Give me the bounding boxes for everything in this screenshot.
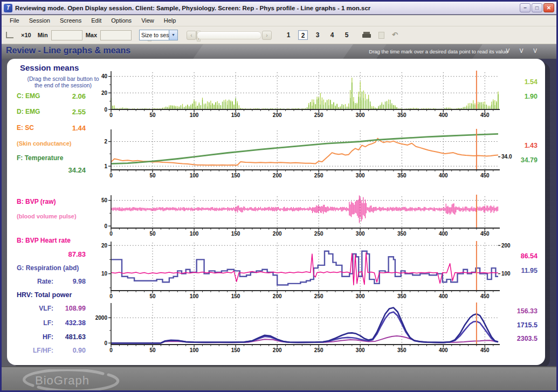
min-spinner[interactable]: ▲▼ xyxy=(51,30,82,40)
svg-text:10: 10 xyxy=(101,271,108,277)
svg-text:200: 200 xyxy=(273,293,282,299)
page-button-4[interactable]: 4 xyxy=(327,30,337,40)
e-sc-row: E: SC1.44 xyxy=(17,124,86,132)
bvp-raw-chart-plot[interactable]: 050100150200250300350400450050 xyxy=(85,195,516,238)
svg-text:300: 300 xyxy=(356,173,365,178)
menu-bar: File Session Screens Edit Options View H… xyxy=(2,15,556,26)
menu-item-screens[interactable]: Screens xyxy=(55,16,86,25)
cursor-value-sc: 1.43 xyxy=(478,142,538,149)
svg-text:50: 50 xyxy=(101,197,108,203)
hrv-chart-plot[interactable]: 05010015020025030035040045002000 xyxy=(85,302,516,354)
page-title: Review - Line graphs & means xyxy=(6,46,130,56)
hrv-title: HRV: Total power xyxy=(17,291,72,299)
cursor-value-c-emg: 1.54 xyxy=(478,78,538,86)
size-mode-value: Size to ses xyxy=(140,32,169,38)
menu-item-session[interactable]: Session xyxy=(24,16,55,25)
bvp-hr-value: 87.83 xyxy=(17,250,86,258)
lf-row: LF:432.38 xyxy=(17,319,86,327)
print-icon[interactable] xyxy=(362,32,371,39)
bvp-raw-chart[interactable]: 050100150200250300350400450050 xyxy=(85,195,516,238)
page-button-5[interactable]: 5 xyxy=(342,30,352,40)
menu-item-help[interactable]: Help xyxy=(159,16,181,25)
d-emg-row: D: EMG2.55 xyxy=(17,108,86,116)
time-mark-arrows[interactable]: V V V xyxy=(506,48,541,54)
size-mode-select[interactable]: Size to ses ▼ xyxy=(139,30,178,40)
hf-row: HF:481.63 xyxy=(17,333,86,341)
emg-chart[interactable]: 05010015020025030035040045002040 xyxy=(85,71,516,119)
svg-text:50: 50 xyxy=(149,293,156,299)
page-button-3[interactable]: 3 xyxy=(313,30,322,40)
axis-scale-icon[interactable] xyxy=(6,32,13,38)
page-button-1[interactable]: 1 xyxy=(284,30,293,40)
svg-text:0: 0 xyxy=(109,173,113,178)
menu-item-view[interactable]: View xyxy=(136,16,159,25)
hr-resp-chart-plot[interactable]: 0501001502002503003504004501020200100 xyxy=(85,241,516,300)
svg-text:400: 400 xyxy=(439,173,448,178)
hr-resp-chart[interactable]: 0501001502002503003504004501020200100 xyxy=(85,241,516,300)
svg-text:200: 200 xyxy=(273,347,282,353)
combo-dropdown-icon[interactable]: ▼ xyxy=(169,30,177,40)
cursor-value-hr: 86.54 xyxy=(478,252,538,260)
maximize-button[interactable]: □ xyxy=(532,3,542,12)
scrollbar-track[interactable] xyxy=(197,31,261,39)
svg-text:0: 0 xyxy=(104,223,107,229)
svg-text:20: 20 xyxy=(101,243,108,249)
sc-temp-chart[interactable]: 0501001502002503003504004501234.0 xyxy=(85,129,516,180)
svg-text:2000: 2000 xyxy=(95,315,108,321)
svg-text:250: 250 xyxy=(314,112,323,118)
menu-item-options[interactable]: Options xyxy=(106,16,136,25)
menu-item-file[interactable]: File xyxy=(5,16,24,25)
footer-band: BioGraph xyxy=(2,366,556,392)
header-band: Review - Line graphs & means Drag the ti… xyxy=(2,44,556,59)
svg-text:150: 150 xyxy=(231,347,240,353)
cursor-value-resp: 11.95 xyxy=(478,267,538,274)
cursor-value-temp: 34.79 xyxy=(478,156,538,164)
svg-text:450: 450 xyxy=(480,173,490,178)
svg-text:450: 450 xyxy=(480,347,490,353)
window-title: Reviewing mode. Open Display session. Cl… xyxy=(15,5,520,11)
sc-temp-chart-plot[interactable]: 0501001502002503003504004501234.0 xyxy=(85,129,516,180)
bvp-hr-label: B: BVP Heart rate xyxy=(17,237,71,244)
minimize-button[interactable]: – xyxy=(520,3,531,12)
undo-icon[interactable]: ↶ xyxy=(392,32,398,38)
svg-text:250: 250 xyxy=(314,293,323,299)
svg-text:40: 40 xyxy=(101,73,108,79)
svg-text:50: 50 xyxy=(149,112,156,118)
hrv-chart[interactable]: 05010015020025030035040045002000 xyxy=(85,302,516,354)
svg-text:0: 0 xyxy=(104,107,107,113)
svg-text:20: 20 xyxy=(101,90,108,96)
scroll-left-button[interactable]: ‹ xyxy=(187,31,196,40)
menu-item-edit[interactable]: Edit xyxy=(86,16,106,25)
page-button-2[interactable]: 2 xyxy=(298,30,308,40)
svg-text:100: 100 xyxy=(190,173,199,178)
svg-text:200: 200 xyxy=(273,231,282,237)
svg-text:200: 200 xyxy=(273,112,282,118)
svg-text:450: 450 xyxy=(480,293,490,299)
svg-text:400: 400 xyxy=(439,231,448,237)
content-area: Review - Line graphs & means Drag the ti… xyxy=(2,44,556,390)
svg-text:150: 150 xyxy=(231,231,240,237)
svg-text:150: 150 xyxy=(231,173,240,178)
svg-text:100: 100 xyxy=(190,112,199,118)
svg-text:1: 1 xyxy=(104,163,107,169)
hint-text: Drag the time mark over a desired data p… xyxy=(369,49,508,54)
svg-text:450: 450 xyxy=(480,112,490,118)
svg-text:0: 0 xyxy=(109,293,113,299)
sc-subtitle: (Skin conductance) xyxy=(17,140,71,147)
biograph-logo-text: BioGraph xyxy=(35,374,89,388)
emg-chart-plot[interactable]: 05010015020025030035040045002040 xyxy=(85,71,516,119)
svg-text:200: 200 xyxy=(273,173,282,178)
lfhf-row: LF/HF:0.90 xyxy=(17,347,86,354)
svg-text:300: 300 xyxy=(356,231,365,237)
cursor-value-lf: 1715.5 xyxy=(478,321,538,329)
resp-rate-row: Rate:9.98 xyxy=(17,278,86,285)
time-scrollbar[interactable]: ‹ › xyxy=(187,31,272,40)
max-spinner[interactable]: ▲▼ xyxy=(100,30,132,40)
scroll-right-button[interactable]: › xyxy=(262,31,272,40)
blank-page-icon[interactable] xyxy=(378,32,384,39)
temp-value: 34.24 xyxy=(17,166,86,174)
cursor-value-d-emg: 1.90 xyxy=(478,93,538,100)
svg-text:100: 100 xyxy=(190,293,199,299)
close-button[interactable]: ✕ xyxy=(543,3,554,12)
scale-x10-label[interactable]: ×10 xyxy=(21,32,31,38)
